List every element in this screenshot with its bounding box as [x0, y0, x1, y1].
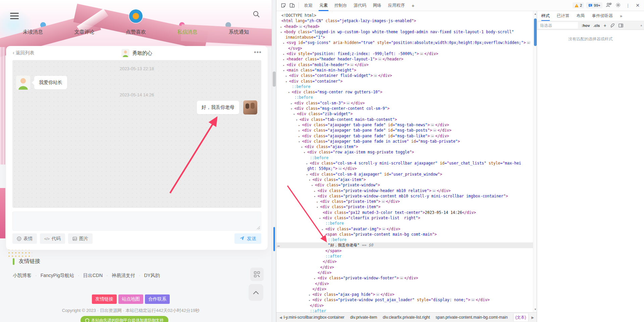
- code-line[interactable]: ▾<div class="private-item">: [276, 204, 533, 210]
- computed-panel-icon[interactable]: [619, 24, 623, 28]
- resize-handle[interactable]: [257, 226, 260, 229]
- sidebar-tab[interactable]: 样式: [541, 11, 550, 21]
- sidebar-overflow-icon[interactable]: »: [620, 13, 622, 18]
- expand-toggle-icon[interactable]: ▾: [296, 117, 300, 123]
- code-line[interactable]: ▸<head>…</head>: [276, 24, 533, 29]
- emoji-button[interactable]: 表情: [12, 233, 37, 244]
- close-devtools-icon[interactable]: ✕: [634, 3, 641, 8]
- code-button[interactable]: </> 代码: [40, 233, 65, 244]
- code-line[interactable]: </div>: [276, 281, 533, 286]
- scrollbar-thumb-accent[interactable]: [273, 227, 275, 251]
- code-line[interactable]: ▾<div class="tab-content main-tab-conten…: [276, 117, 533, 122]
- sender-avatar[interactable]: [16, 76, 30, 90]
- toggle-hover-button[interactable]: :hov: [582, 24, 590, 28]
- code-line[interactable]: <!DOCTYPE html>: [276, 13, 533, 18]
- toggle-class-button[interactable]: .cls: [593, 24, 600, 28]
- collapsed-ellipsis-icon[interactable]: …: [420, 52, 424, 55]
- more-tabs-icon[interactable]: +: [408, 3, 418, 8]
- expand-toggle-icon[interactable]: ▾: [288, 90, 292, 95]
- devtools-tab[interactable]: 源代码: [351, 0, 370, 11]
- code-line[interactable]: <span class="private-content main-bg com…: [276, 232, 533, 237]
- expand-toggle-icon[interactable]: ▾: [317, 204, 320, 210]
- code-line[interactable]: </div>: [276, 259, 533, 264]
- qr-code-button[interactable]: [250, 268, 264, 281]
- code-line[interactable]: ▾<div class="ajax-item">: [276, 144, 533, 149]
- styles-filter-input[interactable]: [538, 22, 578, 29]
- code-line[interactable]: ▾<div class="msg-center row gutters-10">: [276, 89, 533, 95]
- nav-tab[interactable]: 文章评论: [61, 29, 108, 35]
- code-line[interactable]: ::before: [276, 237, 533, 242]
- expand-toggle-icon[interactable]: ▸: [299, 128, 302, 133]
- code-line[interactable]: ▸<div class="private-window post_ajax_lo…: [276, 297, 533, 303]
- expand-toggle-icon[interactable]: ▸: [322, 227, 325, 232]
- message-input[interactable]: [12, 212, 261, 231]
- code-line[interactable]: ▾<div class="private-window">: [276, 182, 533, 188]
- sidebar-tab[interactable]: 已计算: [557, 11, 570, 21]
- collapsed-ellipsis-icon[interactable]: …: [430, 123, 434, 127]
- expand-toggle-icon[interactable]: ▾: [314, 194, 318, 199]
- expand-toggle-icon[interactable]: ▸: [283, 62, 286, 68]
- breadcrumb-right-icon[interactable]: ▶: [530, 316, 536, 319]
- expand-toggle-icon[interactable]: ▸: [309, 292, 312, 297]
- collapsed-ellipsis-icon[interactable]: …: [430, 134, 434, 138]
- code-line[interactable]: ▸<div class="ajax-pag hide">…</div>: [276, 292, 533, 297]
- code-line[interactable]: ▾<div class="zib-widget">: [276, 111, 533, 117]
- code-line[interactable]: ▸<div class="container fluid-widget">…</…: [276, 73, 533, 78]
- code-line[interactable]: ▾<div class="clearfix private-list right…: [276, 215, 533, 221]
- send-button[interactable]: 发送: [234, 233, 261, 244]
- code-line[interactable]: ::after: [276, 308, 533, 312]
- code-line[interactable]: ▾<body class="logged-in wp-custom-logo w…: [276, 29, 533, 35]
- expand-toggle-icon[interactable]: ▸: [280, 24, 284, 30]
- code-line[interactable]: ▸<div class="private-window-footer">…</d…: [276, 275, 533, 281]
- code-line[interactable]: ▸<svg id="svg-icons" aria-hidden="true" …: [276, 40, 533, 45]
- code-line[interactable]: ::before: [276, 221, 533, 226]
- expand-toggle-icon[interactable]: ▸: [283, 57, 286, 62]
- code-line[interactable]: </div>: [276, 265, 533, 270]
- code-line[interactable]: …"好，我丢你老母" == $0: [276, 242, 533, 248]
- more-options-icon[interactable]: •••: [254, 49, 262, 56]
- code-line[interactable]: <div class="px12 muted-3-color text-cent…: [276, 210, 533, 215]
- breadcrumb-item[interactable]: div.clearfix.private-list.right: [383, 315, 430, 320]
- code-line[interactable]: ▾<main class="main-min-height">: [276, 67, 533, 73]
- code-line[interactable]: ▸<div class="private-window-header mb10 …: [276, 188, 533, 193]
- breadcrumb-left-icon[interactable]: ◀: [278, 316, 284, 319]
- devtools-tab[interactable]: 控制台: [331, 0, 351, 11]
- collapsed-ellipsis-icon[interactable]: …: [471, 298, 475, 302]
- collapsed-ellipsis-icon[interactable]: …: [350, 63, 354, 66]
- friend-link[interactable]: 日出CDN: [74, 273, 103, 279]
- rendering-brush-icon[interactable]: [610, 23, 615, 28]
- code-line[interactable]: </div>: [276, 270, 533, 275]
- expand-toggle-icon[interactable]: ▾: [283, 68, 286, 73]
- footer-badge[interactable]: 站点地图: [118, 294, 143, 304]
- expand-toggle-icon[interactable]: ▾: [306, 172, 310, 177]
- friend-link[interactable]: 小凯博客: [13, 273, 32, 279]
- code-line[interactable]: ▸<div class="col-sm-4 scroll-y mini-scro…: [276, 160, 533, 166]
- nav-tab[interactable]: 点赞喜欢: [112, 29, 159, 35]
- expand-toggle-icon[interactable]: ▸: [283, 51, 286, 57]
- collapsed-ellipsis-icon[interactable]: …: [433, 129, 437, 132]
- collapsed-ellipsis-icon[interactable]: …: [338, 167, 342, 170]
- expand-toggle-icon[interactable]: ▸: [285, 73, 289, 79]
- code-line[interactable]: </div>: [276, 303, 533, 308]
- image-button[interactable]: 图片: [68, 233, 93, 244]
- scrollbar-thumb[interactable]: [273, 72, 276, 87]
- code-line[interactable]: ▸<header class="header header-layout-1">…: [276, 56, 533, 62]
- collapsed-ellipsis-icon[interactable]: …: [381, 200, 385, 203]
- code-line[interactable]: ::before: [276, 95, 533, 100]
- friend-link[interactable]: FancyPig导航站: [32, 273, 74, 279]
- breadcrumb-item[interactable]: div.private-item: [350, 315, 377, 320]
- code-line[interactable]: ▸<div class="private-item">…</div>: [276, 199, 533, 204]
- friend-link[interactable]: DY风韵: [135, 273, 160, 279]
- device-toolbar-icon[interactable]: [288, 1, 297, 9]
- code-line[interactable]: </span>: [276, 248, 533, 254]
- sidebar-tab[interactable]: 布局: [577, 11, 585, 21]
- elements-scrollbar-thumb[interactable]: [534, 18, 537, 46]
- search-icon[interactable]: [252, 10, 261, 19]
- code-line[interactable]: ::after: [276, 254, 533, 259]
- collapsed-ellipsis-icon[interactable]: …: [527, 41, 531, 44]
- expand-toggle-icon[interactable]: ▾: [304, 150, 307, 155]
- code-line[interactable]: ▸<div class="ajaxpager tab-pane fade" id…: [276, 122, 533, 128]
- menu-icon[interactable]: [10, 13, 19, 19]
- expand-toggle-icon[interactable]: ▾: [301, 144, 305, 150]
- expand-toggle-icon[interactable]: ▾: [309, 177, 312, 183]
